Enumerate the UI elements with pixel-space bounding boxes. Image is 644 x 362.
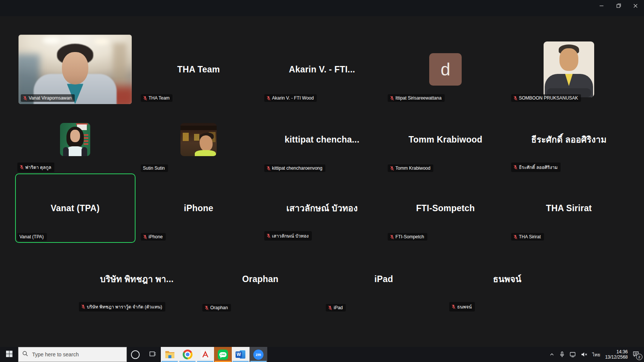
participant-name-text: iPhone (149, 234, 163, 239)
restore-button[interactable] (610, 0, 627, 12)
participant-name-label: Ittipat Sirisareewattana (388, 94, 445, 102)
muted-mic-icon (267, 166, 271, 171)
participant-name-text: บริษัท พิทชฎา พาราวู้ด จำกัด (ตัวแทน) (87, 303, 162, 310)
participant-tile[interactable]: FTI-SompetchFTI-Sompetch (385, 173, 506, 243)
participant-tile[interactable]: OraphanOraphan (200, 244, 320, 314)
participant-name-label: เสาวลักษณ์ บัวทอง (264, 231, 312, 241)
task-view-button[interactable] (144, 347, 161, 362)
task-view-icon (149, 351, 156, 358)
zoom-icon: zm (253, 350, 263, 360)
window-titlebar (0, 0, 644, 16)
word-taskbar-button[interactable]: W (232, 347, 250, 362)
participant-grid: Vanat VirapornsawanTHA TeamTHA TeamAkari… (0, 16, 644, 347)
participant-tile[interactable]: dIttipat Sirisareewattana (385, 35, 506, 104)
participant-tile[interactable]: Vanat Virapornsawan (15, 35, 136, 104)
muted-mic-icon (143, 96, 147, 101)
window-controls (593, 0, 644, 12)
participant-video: Vanat Virapornsawan (18, 35, 132, 104)
network-tray-button[interactable] (570, 352, 576, 357)
acrobat-icon (200, 350, 210, 359)
muted-mic-icon (81, 304, 85, 309)
notification-center-button[interactable]: 2 (633, 351, 639, 358)
participant-name-text: Oraphan (210, 305, 228, 310)
participant-avatar-photo (60, 123, 90, 156)
participant-display-name: Tomm Krabiwood (385, 105, 506, 174)
participant-tile[interactable]: kittipat chencha...kittipat chencharoenv… (262, 105, 382, 174)
participant-tile[interactable]: บริษัท พิทชฎา พา...บริษัท พิทชฎา พาราวู้… (77, 244, 197, 314)
participant-avatar-photo (544, 41, 594, 97)
line-taskbar-button[interactable]: LINE (214, 347, 232, 362)
participant-name-label: iPad (326, 304, 346, 311)
participant-display-name: Akarin V. - FTI... (262, 35, 382, 104)
volume-muted-tray-button[interactable] (581, 352, 587, 357)
windows-taskbar: LINEWzm ไทย 14:36 13/12/2568 2 (0, 347, 644, 362)
chrome-taskbar-button[interactable] (179, 347, 196, 362)
participant-name-text: Ittipat Sirisareewattana (396, 95, 442, 101)
microphone-icon (559, 351, 565, 357)
participant-name-label: THA Sirirat (511, 233, 544, 241)
minimize-icon (599, 3, 604, 9)
taskbar-apps: LINEWzm (161, 347, 267, 362)
participant-name-text: THA Sirirat (519, 234, 541, 239)
zoom-taskbar-button[interactable]: zm (250, 347, 267, 362)
file-explorer-taskbar-button[interactable] (161, 347, 179, 362)
participant-row: บริษัท พิทชฎา พา...บริษัท พิทชฎา พาราวู้… (0, 244, 644, 314)
participant-tile[interactable]: เสาวลักษณ์ บัวทองเสาวลักษณ์ บัวทอง (262, 173, 382, 243)
minimize-button[interactable] (593, 0, 610, 12)
participant-name-text: ธีระศักดิ์ ลออศิริงาม (519, 164, 558, 171)
cortana-button[interactable] (127, 347, 144, 362)
participant-name-label: ฟาริดา ตุลกูล (17, 163, 54, 172)
muted-mic-icon (513, 235, 518, 239)
muted-mic-icon (143, 235, 147, 239)
participant-tile[interactable]: THA TeamTHA Team (139, 35, 259, 104)
close-icon (633, 3, 638, 9)
muted-mic-icon (451, 304, 456, 309)
search-icon (22, 351, 28, 358)
taskbar-search[interactable] (18, 347, 127, 362)
participant-tile[interactable]: Akarin V. - FTI...Akarin V. - FTI Wood (262, 35, 382, 104)
participant-tile[interactable]: THA SiriratTHA Sirirat (509, 173, 629, 243)
participant-tile[interactable]: Sutin Sutin (139, 105, 259, 174)
participant-name-label: Vanat (TPA) (17, 233, 47, 241)
participant-tile[interactable]: Tomm KrabiwoodTomm Krabiwood (385, 105, 506, 174)
clock-time: 14:36 (605, 349, 628, 354)
participant-tile[interactable]: ธีระศักดิ์ ลออศิริงามธีระศักดิ์ ลออศิริง… (509, 105, 629, 174)
participant-display-name: iPhone (139, 173, 259, 243)
muted-mic-icon (205, 305, 209, 310)
participant-tile[interactable]: iPhoneiPhone (139, 173, 259, 243)
participant-name-text: Akarin V. - FTI Wood (272, 95, 314, 101)
participant-row: Vanat (TPA)Vanat (TPA)iPhoneiPhoneเสาวลั… (0, 173, 644, 243)
participant-name-text: เสาวลักษณ์ บัวทอง (272, 232, 309, 239)
microphone-tray-button[interactable] (559, 351, 565, 357)
participant-name-label: Vanat Virapornsawan (21, 94, 75, 102)
taskbar-clock[interactable]: 14:36 13/12/2568 (605, 349, 628, 360)
acrobat-taskbar-button[interactable] (196, 347, 214, 362)
muted-mic-icon (267, 233, 271, 238)
cortana-icon (131, 350, 140, 359)
participant-name-label: FTI-Sompetch (388, 233, 427, 241)
close-button[interactable] (627, 0, 644, 12)
notification-badge: 2 (636, 354, 642, 360)
participant-name-text: SOMBOON PRUKSANUSAK (519, 95, 578, 101)
participant-name-text: Sutin Sutin (143, 166, 165, 171)
participant-tile-active-speaker[interactable]: Vanat (TPA)Vanat (TPA) (15, 173, 136, 243)
chevron-up-icon (549, 352, 555, 357)
participant-tile[interactable]: ฟาริดา ตุลกูล (15, 105, 136, 174)
participant-tile[interactable]: ธนพจน์ธนพจน์ (447, 244, 567, 314)
start-button[interactable] (0, 347, 18, 362)
chevron-up-tray-button[interactable] (549, 352, 555, 357)
search-input[interactable] (31, 351, 123, 358)
windows-start-icon (6, 351, 12, 358)
muted-mic-icon (390, 235, 394, 239)
participant-name-text: THA Team (149, 95, 170, 101)
participant-name-label: Oraphan (202, 304, 231, 311)
participant-tile[interactable]: iPadiPad (324, 244, 444, 314)
network-icon (570, 352, 576, 357)
participant-name-text: kittipat chencharoenvong (272, 166, 322, 171)
participant-name-label: Akarin V. - FTI Wood (264, 94, 317, 102)
participant-display-name: Vanat (TPA) (16, 174, 135, 242)
language-indicator[interactable]: ไทย (592, 351, 600, 358)
participant-tile[interactable]: SOMBOON PRUKSANUSAK (509, 35, 629, 104)
participant-name-label: ธีระศักดิ์ ลออศิริงาม (511, 163, 561, 172)
system-tray: ไทย 14:36 13/12/2568 2 (545, 347, 644, 362)
